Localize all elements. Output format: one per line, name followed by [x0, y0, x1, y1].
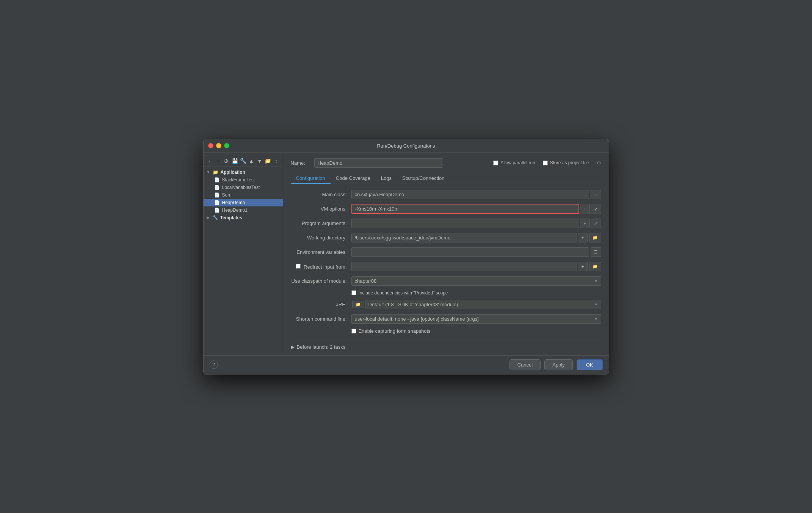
before-launch-section: ▶ Before launch: 2 tasks: [291, 340, 601, 350]
shorten-cmd-select-wrapper: user-local default: none - java [options…: [351, 314, 601, 324]
add-config-button[interactable]: +: [207, 157, 213, 165]
working-dir-browse-button[interactable]: 📁: [589, 233, 601, 242]
tab-startup-connection[interactable]: Startup/Connection: [397, 173, 450, 184]
include-deps-label[interactable]: Include dependencies with "Provided" sco…: [351, 290, 448, 296]
redirect-add-button[interactable]: +: [578, 262, 587, 271]
son-icon: 📄: [214, 192, 220, 198]
save-config-button[interactable]: 💾: [231, 157, 238, 165]
program-args-field-wrapper: + ⤢: [351, 219, 601, 228]
classpath-label: Use classpath of module:: [291, 278, 351, 284]
apply-button[interactable]: Apply: [544, 359, 573, 370]
main-class-field-wrapper: …: [351, 190, 601, 199]
traffic-lights: [208, 143, 229, 148]
form-section: Main class: … VM options: + ⤢: [291, 189, 601, 350]
program-args-input[interactable]: [351, 219, 580, 228]
store-project-checkbox[interactable]: [543, 161, 548, 165]
close-button[interactable]: [208, 143, 213, 148]
tab-logs[interactable]: Logs: [376, 173, 397, 184]
program-args-expand-button[interactable]: ⤢: [591, 219, 601, 228]
cancel-button[interactable]: Cancel: [509, 359, 541, 370]
sidebar-item-heapdemo[interactable]: 📄 HeapDemo: [204, 199, 283, 206]
sidebar-item-localvariablestest[interactable]: 📄 LocalVariablesTest: [204, 184, 283, 191]
jre-label: JRE:: [291, 302, 351, 307]
shorten-cmd-select[interactable]: user-local default: none - java [options…: [351, 314, 601, 324]
shorten-cmd-row: Shorten command line: user-local default…: [291, 314, 601, 324]
gear-icon[interactable]: ⚙: [597, 160, 601, 166]
tab-configuration[interactable]: Configuration: [291, 173, 331, 184]
run-debug-dialog: Run/Debug Configurations + − ⊕ 💾 🔧 ▲ ▼ 📁…: [203, 139, 609, 375]
redirect-input-checkbox[interactable]: [296, 264, 301, 269]
before-launch-arrow: ▶: [291, 344, 295, 350]
redirect-input-row: Redirect input from: + 📁: [291, 261, 601, 272]
env-vars-input[interactable]: [351, 247, 589, 257]
jre-select[interactable]: Default (1.8 - SDK of 'chapter08' module…: [365, 300, 601, 309]
redirect-input-field-wrapper: + 📁: [351, 262, 601, 271]
redirect-input-label: Redirect input from:: [291, 264, 351, 270]
sidebar-item-templates-label: Templates: [220, 215, 242, 220]
redirect-browse-button[interactable]: 📁: [589, 262, 601, 271]
env-vars-row: Environment variables: ☰: [291, 247, 601, 258]
sidebar-item-son-label: Son: [222, 192, 230, 198]
capture-snapshots-label[interactable]: Enable capturing form snapshots: [351, 328, 431, 334]
sidebar-item-heapdemo1[interactable]: 📄 HeapDemo1: [204, 206, 283, 214]
redirect-input-input[interactable]: [351, 262, 577, 271]
minimize-button[interactable]: [216, 143, 221, 148]
working-dir-input[interactable]: [351, 233, 577, 242]
main-class-input[interactable]: [351, 190, 589, 199]
heapdemo1-icon: 📄: [214, 208, 220, 213]
program-args-label: Program arguments:: [291, 220, 351, 226]
edit-config-button[interactable]: 🔧: [240, 157, 246, 165]
working-dir-field-wrapper: + 📁: [351, 233, 601, 242]
tab-code-coverage[interactable]: Code Coverage: [331, 173, 376, 184]
stackframetest-icon: 📄: [214, 177, 220, 183]
classpath-select[interactable]: chapter08: [351, 276, 601, 286]
working-dir-row: Working directory: + 📁: [291, 233, 601, 243]
main-class-browse-button[interactable]: …: [590, 190, 601, 199]
vm-options-input[interactable]: [351, 204, 580, 214]
allow-parallel-label[interactable]: Allow parallel run: [493, 160, 535, 165]
sidebar-item-templates[interactable]: ▶ 🔧 Templates: [204, 214, 283, 222]
sidebar-item-stackframetest-label: StackFrameTest: [222, 177, 255, 183]
main-class-label: Main class:: [291, 192, 351, 197]
maximize-button[interactable]: [224, 143, 229, 148]
sidebar-item-application[interactable]: ▼ 📁 Application: [204, 168, 283, 176]
vm-options-add-button[interactable]: +: [580, 204, 589, 214]
main-class-row: Main class: …: [291, 189, 601, 200]
vm-options-row: VM options: + ⤢: [291, 204, 601, 214]
copy-config-button[interactable]: ⊕: [223, 157, 230, 165]
classpath-row: Use classpath of module: chapter08 ▼: [291, 276, 601, 286]
ok-button[interactable]: OK: [577, 359, 603, 370]
sidebar-item-heapdemo1-label: HeapDemo1: [222, 208, 248, 213]
move-up-button[interactable]: ▲: [248, 157, 255, 165]
working-dir-add-button[interactable]: +: [578, 233, 587, 242]
name-input[interactable]: [314, 158, 443, 168]
store-project-label[interactable]: Store as project file: [543, 160, 589, 165]
working-dir-label: Working directory:: [291, 235, 351, 241]
capture-snapshots-checkbox[interactable]: [351, 329, 356, 334]
tree-arrow-templates: ▶: [207, 216, 210, 220]
sidebar-item-son[interactable]: 📄 Son: [204, 191, 283, 199]
bottom-left: ?: [210, 360, 218, 369]
help-button[interactable]: ?: [210, 360, 218, 369]
allow-parallel-checkbox[interactable]: [493, 161, 498, 165]
remove-config-button[interactable]: −: [215, 157, 221, 165]
env-vars-browse-button[interactable]: ☰: [591, 247, 601, 257]
sidebar-toolbar: + − ⊕ 💾 🔧 ▲ ▼ 📁 ↕: [204, 155, 283, 167]
sidebar: + − ⊕ 💾 🔧 ▲ ▼ 📁 ↕ ▼ 📁 Application 📄 Stac…: [204, 153, 283, 355]
shorten-cmd-label: Shorten command line:: [291, 316, 351, 322]
vm-options-expand-button[interactable]: ⤢: [591, 204, 601, 214]
main-content: + − ⊕ 💾 🔧 ▲ ▼ 📁 ↕ ▼ 📁 Application 📄 Stac…: [204, 153, 609, 355]
folder-button[interactable]: 📁: [265, 157, 271, 165]
classpath-select-wrapper: chapter08 ▼: [351, 276, 601, 286]
include-deps-checkbox[interactable]: [351, 290, 356, 295]
bottom-right: Cancel Apply OK: [509, 359, 603, 370]
jre-browse-button[interactable]: 📁: [352, 301, 364, 308]
name-row: Name: Allow parallel run Store as projec…: [291, 158, 601, 168]
templates-icon: 🔧: [213, 215, 218, 220]
program-args-add-button[interactable]: +: [580, 219, 589, 228]
jre-row: JRE: 📁 Default (1.8 - SDK of 'chapter08'…: [291, 299, 601, 310]
before-launch-header[interactable]: ▶ Before launch: 2 tasks: [291, 344, 601, 350]
sort-button[interactable]: ↕: [273, 157, 280, 165]
sidebar-item-stackframetest[interactable]: 📄 StackFrameTest: [204, 176, 283, 184]
move-down-button[interactable]: ▼: [256, 157, 263, 165]
